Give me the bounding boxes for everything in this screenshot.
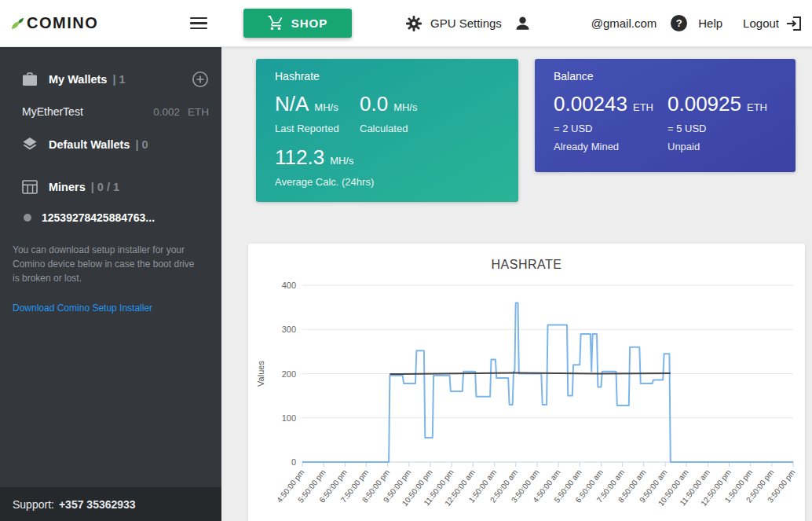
brand-zone: COMINO bbox=[0, 14, 221, 32]
logout-icon[interactable] bbox=[785, 15, 803, 32]
hamburger-menu-button[interactable] bbox=[190, 17, 207, 30]
wallet-icon bbox=[22, 72, 39, 87]
unpaid-currency: ETH bbox=[747, 101, 767, 113]
svg-text:300: 300 bbox=[282, 325, 296, 334]
miners-icon bbox=[22, 180, 39, 194]
miners-count: | 0 / 1 bbox=[91, 181, 119, 193]
miners-label: Miners bbox=[49, 181, 86, 193]
default-wallets-count: | 0 bbox=[135, 138, 148, 151]
average-value: 112.3 bbox=[275, 145, 324, 170]
sidebar-item-default-wallets[interactable]: Default Wallets | 0 bbox=[0, 127, 221, 161]
unpaid-usd: = 5 USD bbox=[668, 123, 781, 134]
body-row: My Wallets | 1 MyEtherTest 0.002 ETH bbox=[0, 47, 812, 521]
unpaid-label: Unpaid bbox=[668, 141, 781, 152]
balance-values-row: 0.00243 ETH = 2 USD Already Mined 0.0092… bbox=[554, 92, 781, 152]
support-bar: Support: +357 35362933 bbox=[0, 487, 221, 521]
svg-text:200: 200 bbox=[282, 369, 296, 379]
top-header: COMINO SHOP GPU Settings bbox=[0, 0, 812, 47]
my-wallets-label: My Wallets bbox=[49, 73, 107, 86]
wallet-amount: 0.002 bbox=[153, 106, 180, 118]
comino-leaf-icon bbox=[11, 17, 24, 30]
help-link[interactable]: Help bbox=[698, 17, 722, 30]
sidebar-item-miners[interactable]: Miners | 0 / 1 bbox=[0, 171, 221, 204]
unpaid-col: 0.00925 ETH = 5 USD Unpaid bbox=[668, 92, 781, 152]
person-icon bbox=[514, 15, 531, 31]
wallet-list-item[interactable]: MyEtherTest 0.002 ETH bbox=[0, 97, 221, 127]
calculated-col: 0.0 MH/s Calculated bbox=[360, 92, 444, 134]
svg-text:Values: Values bbox=[256, 361, 265, 387]
shop-button[interactable]: SHOP bbox=[243, 9, 352, 38]
sidebar: My Wallets | 1 MyEtherTest 0.002 ETH bbox=[0, 47, 221, 521]
mined-label: Already Mined bbox=[554, 141, 668, 152]
tags-icon bbox=[22, 137, 39, 152]
add-wallet-button[interactable] bbox=[192, 71, 209, 88]
calculated-value: 0.0 bbox=[360, 92, 388, 116]
shop-label: SHOP bbox=[291, 17, 328, 30]
account-button[interactable] bbox=[514, 15, 531, 31]
comino-logo[interactable]: COMINO bbox=[11, 14, 98, 32]
help-icon[interactable]: ? bbox=[671, 15, 687, 31]
mined-currency: ETH bbox=[633, 101, 653, 113]
setup-installer-info: You can download setup installer for you… bbox=[0, 238, 221, 285]
balance-card: Balance 0.00243 ETH = 2 USD Already Mine… bbox=[535, 59, 796, 172]
hashrate-card: Hashrate N/A MH/s Last Reported 0.0 MH/s bbox=[256, 59, 518, 202]
account-email: @gmail.com bbox=[591, 17, 657, 30]
mined-value: 0.00243 bbox=[554, 92, 627, 116]
unpaid-value: 0.00925 bbox=[668, 92, 741, 116]
sidebar-item-my-wallets[interactable]: My Wallets | 1 bbox=[0, 47, 221, 97]
support-phone: +357 35362933 bbox=[59, 498, 136, 511]
plus-circle-icon bbox=[192, 71, 209, 88]
last-reported-unit: MH/s bbox=[314, 101, 338, 113]
miner-status-dot bbox=[24, 214, 31, 222]
mined-usd: = 2 USD bbox=[554, 123, 668, 134]
hashrate-chart: 01002003004004:50:00 pm5:50:00 pm6:50:00… bbox=[248, 275, 805, 521]
my-wallets-count: | 1 bbox=[112, 73, 125, 86]
default-wallets-label: Default Wallets bbox=[49, 138, 130, 151]
wallet-name: MyEtherTest bbox=[22, 105, 83, 118]
hashrate-chart-card: HASHRATE 01002003004004:50:00 pm5:50:00 … bbox=[248, 244, 805, 521]
wallet-currency: ETH bbox=[188, 106, 209, 118]
logo-text: COMINO bbox=[27, 14, 98, 32]
cart-icon bbox=[268, 16, 283, 31]
gpu-settings-button[interactable]: GPU Settings bbox=[405, 15, 502, 32]
calculated-label: Calculated bbox=[360, 123, 444, 134]
calculated-unit: MH/s bbox=[393, 101, 417, 113]
average-unit: MH/s bbox=[330, 155, 353, 167]
miner-list-item[interactable]: 12539278425884763... bbox=[0, 204, 221, 232]
download-installer-link[interactable]: Download Comino Setup Installer bbox=[0, 295, 221, 321]
hashrate-card-title: Hashrate bbox=[275, 70, 504, 83]
last-reported-col: N/A MH/s Last Reported bbox=[275, 92, 360, 134]
logout-link[interactable]: Logout bbox=[743, 17, 779, 30]
support-label: Support: bbox=[13, 498, 54, 511]
last-reported-value: N/A bbox=[275, 92, 309, 116]
gpu-settings-label: GPU Settings bbox=[430, 17, 502, 30]
wallet-balance: 0.002 ETH bbox=[153, 106, 209, 118]
balance-card-title: Balance bbox=[554, 70, 781, 83]
hashrate-values-row: N/A MH/s Last Reported 0.0 MH/s Calculat… bbox=[275, 92, 504, 134]
gear-icon bbox=[405, 15, 422, 32]
svg-text:100: 100 bbox=[282, 413, 296, 423]
chart-title: HASHRATE bbox=[248, 258, 805, 272]
svg-text:400: 400 bbox=[282, 281, 296, 290]
miner-id: 12539278425884763... bbox=[42, 211, 155, 224]
already-mined-col: 0.00243 ETH = 2 USD Already Mined bbox=[554, 92, 668, 152]
average-label: Average Calc. (24hrs) bbox=[275, 176, 504, 188]
svg-text:0: 0 bbox=[291, 457, 296, 467]
main-content: Hashrate N/A MH/s Last Reported 0.0 MH/s bbox=[221, 47, 812, 521]
summary-cards-row: Hashrate N/A MH/s Last Reported 0.0 MH/s bbox=[248, 59, 805, 202]
last-reported-label: Last Reported bbox=[275, 123, 360, 134]
